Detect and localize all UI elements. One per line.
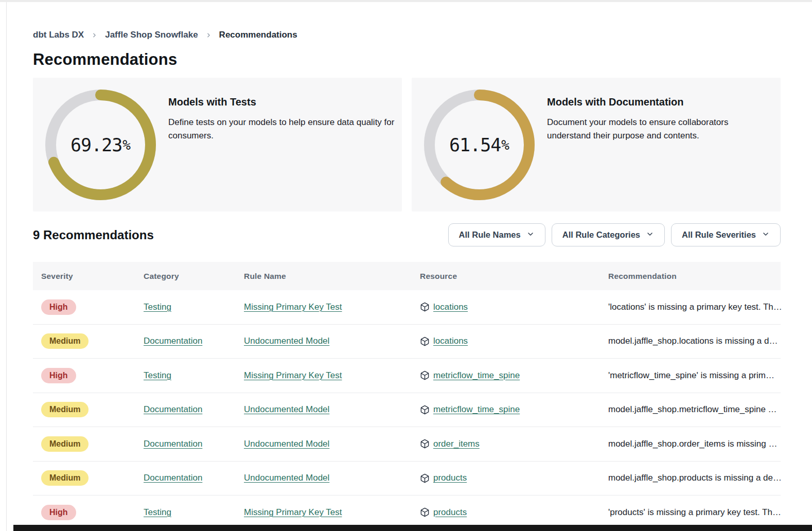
panel-left-divider [6, 2, 7, 531]
recommendations-table: Severity Category Rule Name Resource Rec… [33, 262, 781, 530]
table-row: Medium Documentation Undocumented Model … [33, 427, 781, 462]
resource-link[interactable]: locations [433, 302, 468, 312]
page-title: Recommendations [33, 50, 781, 69]
bottom-screen-edge [13, 525, 812, 531]
category-link[interactable]: Documentation [144, 439, 202, 449]
column-header-rule-name: Rule Name [236, 272, 412, 281]
severity-badge: Medium [41, 402, 89, 417]
category-link[interactable]: Testing [144, 507, 171, 518]
model-cube-icon [420, 439, 430, 449]
severity-badge: High [41, 299, 76, 315]
severity-badge: Medium [41, 333, 89, 349]
recommendation-text: model.jaffle_shop.products is missing a … [608, 473, 782, 483]
resource-link[interactable]: locations [433, 336, 468, 346]
docs-percentage: 61.54% [424, 90, 535, 200]
recommendation-text: 'locations' is missing a primary key tes… [608, 302, 782, 312]
severity-badge: High [41, 505, 76, 520]
model-cube-icon [420, 473, 430, 483]
table-row: Medium Documentation Undocumented Model … [33, 462, 781, 496]
recommendation-text: 'metricflow_time_spine' is missing a pri… [608, 370, 774, 381]
category-link[interactable]: Documentation [144, 336, 202, 346]
card-title: Models with Tests [168, 96, 401, 108]
model-cube-icon [420, 405, 430, 415]
recommendation-text: 'products' is missing a primary key test… [608, 507, 781, 518]
table-body: High Testing Missing Primary Key Test lo… [33, 290, 781, 530]
card-description: Define tests on your models to help ensu… [168, 116, 401, 143]
tests-percentage: 69.23% [45, 90, 156, 200]
recommendation-text: model.jaffle_shop.locations is missing a… [608, 336, 778, 346]
breadcrumb-project[interactable]: dbt Labs DX [33, 30, 84, 40]
resource-link[interactable]: products [433, 473, 467, 483]
recommendations-count: 9 Recommendations [33, 228, 154, 242]
column-header-severity: Severity [33, 272, 135, 281]
model-cube-icon [420, 302, 430, 312]
category-link[interactable]: Documentation [144, 404, 202, 415]
table-row: Medium Documentation Undocumented Model … [33, 393, 781, 428]
column-header-resource: Resource [412, 272, 600, 281]
severity-badge: Medium [41, 436, 89, 452]
category-link[interactable]: Documentation [144, 473, 202, 483]
severity-badge: Medium [41, 470, 89, 486]
table-header-row: Severity Category Rule Name Resource Rec… [33, 262, 781, 290]
tests-donut-chart: 69.23% [45, 90, 156, 200]
model-cube-icon [420, 507, 430, 517]
table-row: Medium Documentation Undocumented Model … [33, 325, 781, 359]
filter-dropdown[interactable]: All Rule Names [448, 223, 545, 246]
rule-name-link[interactable]: Missing Primary Key Test [244, 302, 342, 312]
chevron-down-icon [762, 229, 770, 240]
rule-name-link[interactable]: Missing Primary Key Test [244, 370, 342, 381]
category-link[interactable]: Testing [144, 370, 171, 381]
card-title: Models with Documentation [547, 96, 738, 108]
column-header-recommendation: Recommendation [600, 272, 781, 281]
category-link[interactable]: Testing [144, 302, 171, 312]
card-description: Document your models to ensure collabora… [547, 116, 738, 143]
filter-dropdown[interactable]: All Rule Categories [552, 223, 665, 246]
recommendations-page: dbt Labs DX Jaffle Shop Snowflake Recomm… [33, 0, 781, 530]
table-row: High Testing Missing Primary Key Test lo… [33, 290, 781, 325]
column-header-category: Category [135, 272, 236, 281]
breadcrumb-environment[interactable]: Jaffle Shop Snowflake [105, 30, 198, 40]
table-row: High Testing Missing Primary Key Test me… [33, 359, 781, 393]
recommendation-text: model.jaffle_shop.metricflow_time_spine … [608, 404, 777, 415]
filter-bar: All Rule Names All Rule Categories All R… [448, 223, 781, 246]
recommendation-text: model.jaffle_shop.order_items is missing… [608, 439, 778, 449]
rule-name-link[interactable]: Missing Primary Key Test [244, 507, 342, 518]
resource-link[interactable]: products [433, 507, 467, 518]
chevron-down-icon [526, 229, 535, 240]
rule-name-link[interactable]: Undocumented Model [244, 336, 329, 346]
chevron-right-icon [205, 32, 212, 39]
models-with-tests-card: 69.23% Models with Tests Define tests on… [33, 78, 402, 211]
rule-name-link[interactable]: Undocumented Model [244, 439, 329, 449]
rule-name-link[interactable]: Undocumented Model [244, 473, 329, 483]
model-cube-icon [420, 337, 430, 346]
resource-link[interactable]: order_items [433, 439, 480, 449]
resource-link[interactable]: metricflow_time_spine [433, 404, 520, 415]
model-cube-icon [420, 370, 430, 380]
models-with-documentation-card: 61.54% Models with Documentation Documen… [412, 78, 781, 211]
metric-cards: 69.23% Models with Tests Define tests on… [33, 78, 781, 211]
list-header: 9 Recommendations All Rule Names All Rul… [33, 223, 781, 246]
breadcrumb: dbt Labs DX Jaffle Shop Snowflake Recomm… [33, 30, 781, 40]
breadcrumb-current: Recommendations [219, 30, 297, 40]
filter-dropdown[interactable]: All Rule Severities [671, 223, 781, 246]
chevron-right-icon [91, 32, 98, 39]
severity-badge: High [41, 368, 76, 383]
docs-donut-chart: 61.54% [424, 90, 535, 200]
chevron-down-icon [646, 229, 654, 240]
resource-link[interactable]: metricflow_time_spine [433, 370, 520, 381]
rule-name-link[interactable]: Undocumented Model [244, 404, 329, 415]
